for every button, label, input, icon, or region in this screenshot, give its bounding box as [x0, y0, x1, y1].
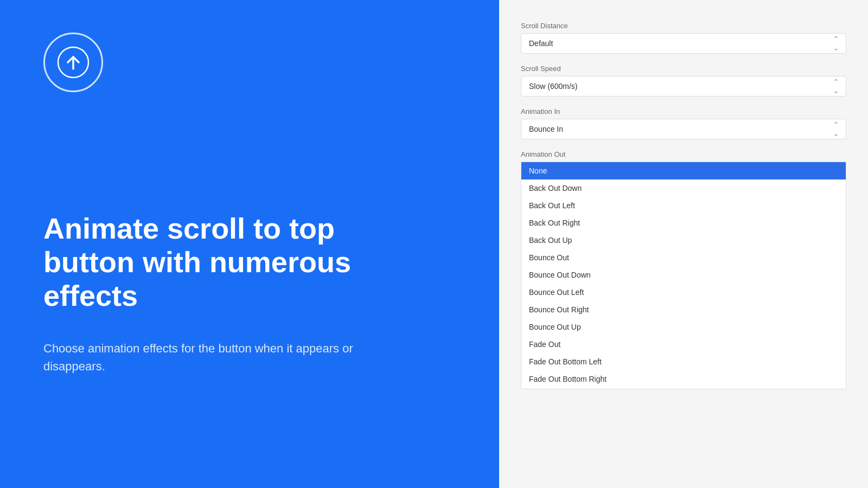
scroll-distance-label: Scroll Distance [521, 22, 846, 30]
list-item[interactable]: Back Out Left [521, 197, 846, 214]
page-subtext: Choose animation effects for the button … [43, 339, 358, 375]
list-item[interactable]: Bounce Out Right [521, 301, 846, 318]
list-item[interactable]: None [521, 162, 846, 179]
logo-icon [43, 33, 103, 92]
list-item[interactable]: Back Out Up [521, 232, 846, 249]
animation-out-dropdown[interactable]: NoneBack Out DownBack Out LeftBack Out R… [521, 162, 846, 389]
scroll-distance-value[interactable]: Default [521, 34, 846, 53]
scroll-distance-group: Scroll Distance Default ⌃⌄ [521, 22, 846, 54]
list-item[interactable]: Back Out Right [521, 214, 846, 232]
animation-in-value[interactable]: Bounce In [521, 119, 846, 139]
list-item[interactable]: Bounce Out Down [521, 266, 846, 284]
scroll-speed-label: Scroll Speed [521, 65, 846, 73]
animation-in-group: Animation In Bounce In ⌃⌄ [521, 107, 846, 139]
animation-in-label: Animation In [521, 107, 846, 115]
right-panel: Scroll Distance Default ⌃⌄ Scroll Speed … [499, 0, 868, 488]
page-heading: Animate scroll to top button with numero… [43, 211, 380, 312]
list-item[interactable]: Fade Out [521, 336, 846, 353]
list-item[interactable]: Fade Out Top Left [521, 388, 846, 389]
left-panel: Animate scroll to top button with numero… [0, 0, 499, 488]
scroll-distance-select[interactable]: Default ⌃⌄ [521, 33, 846, 54]
list-item[interactable]: Fade Out Bottom Right [521, 370, 846, 388]
animation-in-select[interactable]: Bounce In ⌃⌄ [521, 119, 846, 139]
scroll-speed-group: Scroll Speed Slow (600m/s) ⌃⌄ [521, 65, 846, 97]
list-item[interactable]: Fade Out Bottom Left [521, 353, 846, 370]
list-item[interactable]: Back Out Down [521, 179, 846, 197]
animation-out-label: Animation Out [521, 150, 846, 158]
scroll-speed-select[interactable]: Slow (600m/s) ⌃⌄ [521, 76, 846, 97]
list-item[interactable]: Bounce Out [521, 249, 846, 266]
animation-out-section: Animation Out NoneBack Out DownBack Out … [521, 150, 846, 466]
list-item[interactable]: Bounce Out Up [521, 318, 846, 336]
list-item[interactable]: Bounce Out Left [521, 284, 846, 301]
scroll-speed-value[interactable]: Slow (600m/s) [521, 76, 846, 96]
